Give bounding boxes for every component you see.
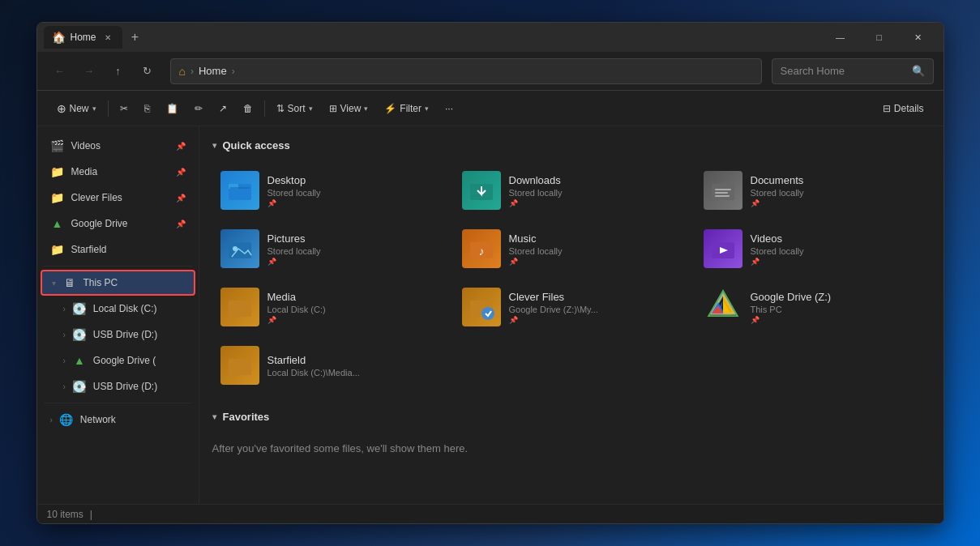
- details-button[interactable]: ⊟ Details: [876, 96, 931, 121]
- view-button[interactable]: ⊞ View ▾: [323, 96, 375, 121]
- downloads-info: Downloads Stored locally 📌: [509, 174, 563, 207]
- cut-icon: ✂: [120, 103, 128, 114]
- filter-icon: ⚡: [384, 103, 396, 114]
- quick-access-pictures[interactable]: Pictures Stored locally 📌: [212, 223, 447, 275]
- sidebar-item-videos[interactable]: 🎬 Videos 📌: [41, 133, 195, 159]
- clever-files-pin-icon: 📌: [176, 194, 186, 203]
- favorites-header[interactable]: ▾ Favorites: [212, 411, 931, 423]
- downloads-pin: 📌: [509, 199, 563, 207]
- copy-icon: ⎘: [144, 103, 150, 114]
- view-dropdown-icon: ▾: [364, 105, 368, 113]
- music-name: Music: [509, 232, 563, 245]
- desktop-info: Desktop Stored locally 📌: [267, 174, 321, 207]
- svg-text:♪: ♪: [478, 245, 484, 258]
- sidebar-item-google-drive[interactable]: ▲ Google Drive 📌: [41, 211, 195, 237]
- media-info: Media Local Disk (C:) 📌: [267, 291, 326, 324]
- quick-access-clever-files[interactable]: Clever Files Google Drive (Z:)\My... 📌: [454, 281, 689, 333]
- quick-access-media[interactable]: Media Local Disk (C:) 📌: [212, 281, 447, 333]
- sidebar-item-local-disk-c[interactable]: › 💽 Local Disk (C:): [41, 296, 195, 322]
- sidebar-item-network[interactable]: › 🌐 Network: [41, 407, 195, 433]
- address-bar[interactable]: ⌂ › Home ›: [170, 58, 762, 84]
- breadcrumb-home: Home: [199, 65, 227, 77]
- filter-button[interactable]: ⚡ Filter ▾: [378, 96, 435, 121]
- close-button[interactable]: ✕: [900, 24, 937, 50]
- sidebar-item-starfield[interactable]: 📁 Starfield: [41, 237, 195, 262]
- sidebar-item-network-label: Network: [80, 414, 116, 425]
- filter-label: Filter: [400, 103, 422, 114]
- maximize-button[interactable]: □: [861, 24, 898, 50]
- share-button[interactable]: ↗: [212, 96, 233, 121]
- favorites-chevron: ▾: [212, 412, 216, 421]
- cmd-separator-1: [108, 100, 109, 117]
- svg-rect-5: [715, 189, 731, 190]
- starfield-folder-icon: [220, 346, 259, 385]
- sidebar-item-usb-drive-d2[interactable]: › 💽 USB Drive (D:): [41, 373, 195, 399]
- copy-button[interactable]: ⎘: [138, 96, 156, 121]
- sidebar-item-this-pc-label: This PC: [83, 277, 118, 288]
- quick-access-header[interactable]: ▾ Quick access: [212, 139, 931, 151]
- more-button[interactable]: ···: [439, 96, 460, 121]
- quick-access-google-drive[interactable]: Google Drive (Z:) This PC 📌: [695, 281, 931, 333]
- local-disk-c-chevron: ›: [63, 305, 66, 314]
- paste-button[interactable]: 📋: [160, 96, 185, 121]
- desktop-folder-icon: [220, 171, 259, 210]
- svg-rect-6: [715, 192, 728, 194]
- view-icon: ⊞: [329, 103, 337, 114]
- google-drive-z-icon: ▲: [72, 354, 87, 367]
- delete-button[interactable]: 🗑: [237, 96, 259, 121]
- sidebar: 🎬 Videos 📌 📁 Media 📌 📁 Clever Files 📌 ▲ …: [37, 126, 199, 504]
- videos-pin-icon: 📌: [176, 142, 186, 151]
- sidebar-item-google-drive-z-label: Google Drive (: [93, 355, 156, 366]
- back-button[interactable]: ←: [47, 58, 73, 84]
- forward-button[interactable]: →: [76, 58, 102, 84]
- sidebar-item-media[interactable]: 📁 Media 📌: [41, 159, 195, 185]
- pictures-sub: Stored locally: [267, 246, 321, 256]
- cmd-separator-2: [264, 100, 265, 117]
- sidebar-item-media-label: Media: [71, 166, 98, 177]
- videos-icon: 🎬: [50, 139, 65, 152]
- sort-icon: ⇅: [276, 103, 285, 114]
- sidebar-item-google-drive-z[interactable]: › ▲ Google Drive (: [41, 348, 195, 373]
- main-area: 🎬 Videos 📌 📁 Media 📌 📁 Clever Files 📌 ▲ …: [37, 126, 944, 504]
- pictures-name: Pictures: [267, 232, 321, 245]
- new-button[interactable]: ⊕ New ▾: [50, 96, 103, 121]
- quick-access-starfield[interactable]: Starfield Local Disk (C:)\Media...: [212, 339, 447, 391]
- new-tab-button[interactable]: +: [126, 28, 145, 47]
- media-pin: 📌: [267, 316, 326, 324]
- clever-files-icon: 📁: [50, 191, 65, 204]
- documents-name: Documents: [751, 174, 804, 186]
- sidebar-item-clever-files-label: Clever Files: [71, 192, 122, 203]
- search-box[interactable]: Search Home 🔍: [772, 58, 934, 84]
- network-icon: 🌐: [59, 413, 74, 426]
- quick-access-downloads[interactable]: Downloads Stored locally 📌: [454, 164, 689, 216]
- rename-button[interactable]: ✏: [188, 96, 209, 121]
- sidebar-item-clever-files[interactable]: 📁 Clever Files 📌: [41, 185, 195, 211]
- media-pin-icon: 📌: [176, 168, 186, 177]
- google-drive-icon: ▲: [50, 217, 65, 230]
- refresh-button[interactable]: ↻: [135, 58, 160, 84]
- content-area: ▾ Quick access Desktop Stored locally 📌: [199, 126, 944, 504]
- sidebar-item-usb-drive-d[interactable]: › 💽 USB Drive (D:): [41, 322, 195, 348]
- quick-access-desktop[interactable]: Desktop Stored locally 📌: [212, 164, 447, 216]
- this-pc-chevron: ▾: [52, 279, 56, 288]
- clever-files-info: Clever Files Google Drive (Z:)\My... 📌: [509, 291, 598, 324]
- videos-folder-icon: [704, 229, 742, 268]
- cut-button[interactable]: ✂: [113, 96, 135, 121]
- tab-home[interactable]: 🏠 Home ✕: [44, 26, 122, 49]
- sidebar-item-starfield-label: Starfield: [71, 244, 107, 255]
- status-bar: 10 items |: [37, 504, 944, 523]
- sort-button[interactable]: ⇅ Sort ▾: [270, 96, 319, 121]
- tab-close-button[interactable]: ✕: [101, 31, 114, 44]
- media-name: Media: [267, 291, 326, 303]
- videos-name: Videos: [751, 232, 804, 245]
- window-controls: — □ ✕: [822, 24, 937, 50]
- up-button[interactable]: ↑: [105, 58, 131, 84]
- minimize-button[interactable]: —: [822, 24, 859, 50]
- quick-access-music[interactable]: ♪ Music Stored locally 📌: [454, 223, 689, 275]
- quick-access-documents[interactable]: Documents Stored locally 📌: [695, 164, 931, 216]
- sidebar-item-google-drive-label: Google Drive: [71, 218, 128, 229]
- quick-access-videos[interactable]: Videos Stored locally 📌: [695, 223, 931, 275]
- file-explorer-window: 🏠 Home ✕ + — □ ✕ ← → ↑ ↻ ⌂ › Home › Sear…: [36, 22, 944, 524]
- sidebar-divider-1: [44, 266, 192, 267]
- sidebar-item-this-pc[interactable]: ▾ 🖥 This PC: [41, 270, 195, 296]
